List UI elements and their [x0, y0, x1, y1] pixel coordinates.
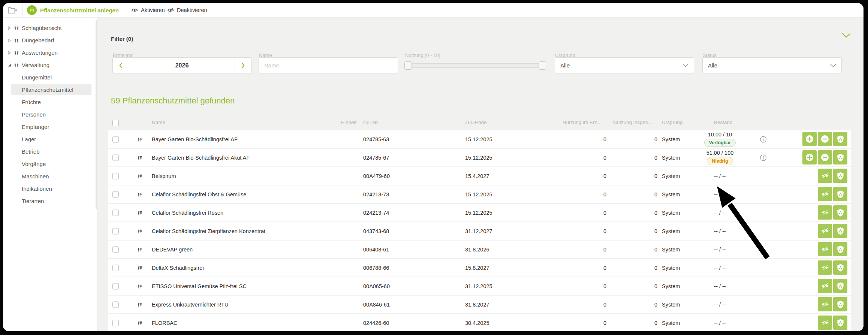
row-checkbox[interactable]: [112, 265, 119, 271]
sidebar-item-vorgaenge[interactable]: Vorgänge: [3, 158, 97, 170]
shield-button[interactable]: [833, 297, 847, 311]
eye-button[interactable]: [818, 260, 832, 275]
eye-button[interactable]: [818, 169, 832, 183]
table-row[interactable]: ETISSO Universal Gemüse Pilz-frei SC00A0…: [108, 277, 851, 295]
shield-button[interactable]: [833, 279, 847, 293]
eye-button[interactable]: [818, 279, 832, 293]
sidebar-item-indikationen[interactable]: Indikationen: [3, 182, 97, 195]
minus-icon: [820, 153, 829, 162]
eye-button[interactable]: [818, 224, 832, 238]
wheat-icon: [137, 247, 142, 252]
cell-nutzung-insgesamt: 0: [614, 228, 657, 234]
activate-button[interactable]: Aktivieren: [131, 3, 165, 17]
deactivate-label: Deaktivieren: [177, 7, 207, 13]
cell-nutzung-insgesamt: 0: [614, 320, 657, 326]
sidebar-item-betrieb[interactable]: Betrieb: [3, 145, 97, 158]
caret-right-icon[interactable]: [8, 26, 11, 30]
plus-button[interactable]: [802, 132, 817, 146]
table-row[interactable]: FLORBAC024426-6030.4.202500System-- / --: [108, 314, 851, 331]
table-row[interactable]: Belspirum00A479-6015.4.202700System-- / …: [108, 167, 851, 185]
eye-button[interactable]: [818, 187, 832, 201]
row-checkbox[interactable]: [112, 154, 119, 161]
cell-nutzung-insgesamt: 0: [614, 155, 657, 161]
row-checkbox[interactable]: [112, 283, 119, 289]
row-checkbox[interactable]: [112, 173, 119, 179]
eye-button[interactable]: [818, 205, 832, 220]
app-window: Pflanzenschutzmittel anlegen Aktivieren …: [3, 3, 864, 331]
table-row[interactable]: Bayer Garten Bio-Schädlingsfrei AF024785…: [108, 130, 851, 148]
table-row[interactable]: Celaflor Schädlingsfrei Rosen024213-7415…: [108, 204, 851, 221]
stock-value: -- / --: [714, 228, 726, 234]
eye-button[interactable]: [818, 242, 832, 256]
cell-zul-nr: 006408-61: [363, 247, 389, 253]
deactivate-button[interactable]: Deaktivieren: [167, 3, 207, 17]
shield-button[interactable]: [833, 169, 847, 183]
protection-shield-icon: [837, 227, 844, 235]
table-row[interactable]: Express Unkrautvernichter RTU00A846-6131…: [108, 296, 851, 313]
minus-button[interactable]: [818, 150, 832, 165]
plus-button[interactable]: [802, 150, 817, 165]
table-row[interactable]: DEDEVAP green006408-6131.8.202600System-…: [108, 241, 851, 258]
shield-button[interactable]: [833, 150, 847, 165]
table-row[interactable]: Celaflor Schädlingsfrei Zierpflanzen Kon…: [108, 222, 851, 240]
wheat-icon: [137, 173, 142, 179]
sidebar-item-auswertungen[interactable]: Auswertungen: [3, 46, 97, 59]
row-checkbox[interactable]: [112, 301, 119, 308]
cell-name: Bayer Garten Bio-Schädlingsfrei Akut AF: [152, 155, 250, 161]
caret-right-icon[interactable]: [8, 39, 11, 42]
cell-bestand: -- / --: [696, 222, 744, 240]
eye-button[interactable]: [818, 316, 832, 330]
shield-button[interactable]: [833, 132, 847, 146]
row-checkbox[interactable]: [112, 209, 119, 216]
cell-zul-ende: 31.12.2025: [465, 283, 492, 289]
sidebar-item-label: Lager: [22, 136, 36, 142]
table-row[interactable]: Celaflor Schädlingsfrei Obst & Gemüse024…: [108, 185, 851, 203]
sidebar-item-schlaguebersicht[interactable]: Schlagübersicht: [3, 22, 97, 34]
table-row[interactable]: Bayer Garten Bio-Schädlingsfrei Akut AF0…: [108, 149, 851, 166]
sidebar-item-maschinen[interactable]: Maschinen: [3, 170, 97, 182]
shield-button[interactable]: [833, 260, 847, 275]
info-icon[interactable]: [760, 136, 767, 143]
caret-expanded-icon[interactable]: [8, 63, 11, 67]
row-checkbox[interactable]: [112, 320, 119, 326]
protection-shield-icon: [837, 245, 844, 253]
sidebar-item-fruechte[interactable]: Früchte: [3, 96, 97, 108]
shield-button[interactable]: [833, 316, 847, 330]
shield-button[interactable]: [833, 224, 847, 238]
protection-shield-icon: [837, 319, 844, 327]
shield-button[interactable]: [833, 187, 847, 201]
stock-value: -- / --: [714, 247, 726, 253]
eye-button[interactable]: [818, 297, 832, 311]
sidebar-item-pflanzenschutzmittel[interactable]: Pflanzenschutzmittel: [3, 84, 97, 96]
sidebar-item-empfaenger[interactable]: Empfänger: [3, 121, 97, 133]
cell-nutzung-insgesamt: 0: [614, 302, 657, 308]
sidebar-item-verwaltung[interactable]: Verwaltung: [3, 59, 97, 71]
sidebar-item-duengemittel[interactable]: Düngemittel: [3, 71, 97, 84]
sidebar-item-tierarten[interactable]: Tierarten: [3, 195, 97, 207]
sidebar-scrollbar[interactable]: [96, 20, 97, 209]
sidebar-item-personen[interactable]: Personen: [3, 108, 97, 121]
row-checkbox[interactable]: [112, 246, 119, 253]
shield-button[interactable]: [833, 205, 847, 220]
cell-zul-nr: 00A846-61: [363, 302, 390, 308]
eye-icon: [821, 301, 829, 308]
cell-bestand: -- / --: [696, 314, 744, 331]
sidebar-item-lager[interactable]: Lager: [3, 133, 97, 145]
cell-zul-nr: 024785-63: [363, 136, 389, 142]
info-icon[interactable]: [760, 154, 767, 161]
shield-button[interactable]: [833, 242, 847, 256]
stock-value: 51,00 / 100: [706, 150, 734, 156]
row-checkbox[interactable]: [112, 191, 119, 197]
folder-tree-icon[interactable]: [7, 6, 18, 14]
create-pflanzenschutzmittel-button[interactable]: Pflanzenschutzmittel anlegen: [27, 3, 119, 17]
cell-ursprung: System: [662, 283, 680, 289]
caret-right-icon[interactable]: [8, 51, 11, 55]
protection-shield-icon: [837, 282, 844, 290]
row-checkbox[interactable]: [112, 228, 119, 234]
table-row[interactable]: DeltaX Schädlingsfrei006788-6615.8.20270…: [108, 259, 851, 277]
cell-bestand: -- / --: [696, 277, 744, 295]
sidebar-item-duengebedarf[interactable]: Düngebedarf: [3, 34, 97, 46]
minus-button[interactable]: [818, 132, 832, 146]
row-checkbox[interactable]: [112, 136, 119, 142]
sidebar-item-label: Indikationen: [22, 185, 52, 192]
